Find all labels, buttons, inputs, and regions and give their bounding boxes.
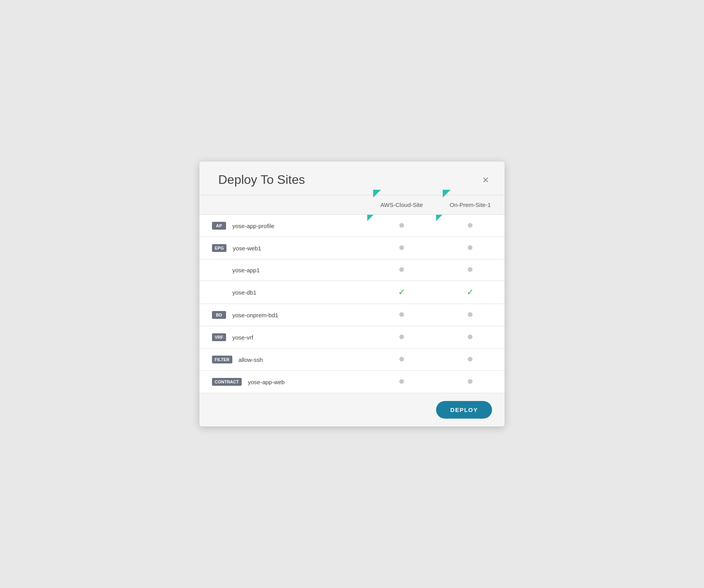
row-flag-icon xyxy=(367,215,374,223)
site1-status-5 xyxy=(367,326,436,349)
col-site2-label: On-Prem-Site-1 xyxy=(450,201,491,208)
row-label-cell-1: EPGyose-web1 xyxy=(199,237,367,259)
status-dot xyxy=(399,267,404,272)
type-badge-vrf: VRF xyxy=(212,333,226,341)
site1-status-4 xyxy=(367,304,436,326)
svg-marker-3 xyxy=(436,215,442,221)
dialog-title: Deploy To Sites xyxy=(218,173,305,187)
site2-status-2 xyxy=(436,259,505,281)
table-header-row: AWS-Cloud-Site On-Prem-Site-1 xyxy=(199,195,505,215)
col-site1-label: AWS-Cloud-Site xyxy=(380,201,423,208)
status-dot xyxy=(468,357,472,361)
row-label-cell-5: VRFyose-vrf xyxy=(199,326,367,349)
col-header-site1: AWS-Cloud-Site xyxy=(367,195,436,215)
site1-status-6 xyxy=(367,349,436,371)
dialog-footer: DEPLOY xyxy=(199,393,505,426)
row-label-cell-2: yose-app1 xyxy=(199,259,367,281)
type-badge-bd: BD xyxy=(212,311,226,319)
status-dot xyxy=(468,334,472,339)
table-row: CONTRACTyose-app-web xyxy=(199,371,505,393)
site1-status-1 xyxy=(367,237,436,259)
table-container: AWS-Cloud-Site On-Prem-Site-1 xyxy=(199,195,505,393)
row-name: yose-vrf xyxy=(232,334,253,341)
status-dot xyxy=(468,267,472,272)
row-name: yose-db1 xyxy=(232,289,257,296)
table-row: EPGyose-web1 xyxy=(199,237,505,259)
type-badge-contract: CONTRACT xyxy=(212,378,242,386)
row-name: allow-ssh xyxy=(239,356,263,363)
deploy-table: AWS-Cloud-Site On-Prem-Site-1 xyxy=(199,195,505,393)
svg-marker-2 xyxy=(367,215,374,221)
row-name: yose-onprem-bd1 xyxy=(232,312,278,318)
table-row: VRFyose-vrf xyxy=(199,326,505,349)
row-label-cell-4: BDyose-onprem-bd1 xyxy=(199,304,367,326)
site2-status-4 xyxy=(436,304,505,326)
site1-status-2 xyxy=(367,259,436,281)
dialog-header: Deploy To Sites × xyxy=(199,162,505,195)
svg-marker-0 xyxy=(373,190,381,198)
site2-status-7 xyxy=(436,371,505,393)
row-label-cell-6: FILTERallow-ssh xyxy=(199,349,367,371)
status-dot xyxy=(399,334,404,339)
site1-status-7 xyxy=(367,371,436,393)
close-button[interactable]: × xyxy=(480,173,492,187)
status-dot xyxy=(399,379,404,384)
status-dot xyxy=(399,245,404,250)
status-dot xyxy=(399,312,404,317)
status-dot xyxy=(468,379,472,384)
table-row: yose-app1 xyxy=(199,259,505,281)
status-dot xyxy=(468,223,472,228)
deploy-button[interactable]: DEPLOY xyxy=(436,401,492,419)
row-flag-icon-2 xyxy=(436,215,442,223)
site2-status-1 xyxy=(436,237,505,259)
col-header-label xyxy=(199,195,367,215)
site2-status-3: ✓ xyxy=(436,281,505,304)
deploy-dialog: Deploy To Sites × xyxy=(199,162,505,426)
site2-flag-icon xyxy=(443,190,451,200)
table-row: APyose-app-profile xyxy=(199,215,505,237)
site1-status-3: ✓ xyxy=(367,281,436,304)
row-label-cell-0: APyose-app-profile xyxy=(199,215,367,237)
table-row: BDyose-onprem-bd1 xyxy=(199,304,505,326)
site2-status-5 xyxy=(436,326,505,349)
row-name: yose-app1 xyxy=(232,267,260,273)
site1-flag-icon xyxy=(373,190,381,200)
table-row: yose-db1✓✓ xyxy=(199,281,505,304)
type-badge-ap: AP xyxy=(212,222,226,230)
site2-status-6 xyxy=(436,349,505,371)
row-name: yose-app-profile xyxy=(232,223,275,229)
check-icon: ✓ xyxy=(398,287,405,297)
table-row: FILTERallow-ssh xyxy=(199,349,505,371)
status-dot xyxy=(399,223,404,228)
type-badge-epg: EPG xyxy=(212,244,226,252)
site2-status-0 xyxy=(436,215,505,237)
status-dot xyxy=(399,357,404,361)
check-icon: ✓ xyxy=(467,287,474,297)
row-label-cell-7: CONTRACTyose-app-web xyxy=(199,371,367,393)
type-badge-filter: FILTER xyxy=(212,356,232,363)
status-dot xyxy=(468,245,472,250)
row-label-cell-3: yose-db1 xyxy=(199,281,367,304)
site1-status-0 xyxy=(367,215,436,237)
row-name: yose-web1 xyxy=(233,245,261,252)
col-header-site2: On-Prem-Site-1 xyxy=(436,195,505,215)
row-name: yose-app-web xyxy=(248,379,285,385)
svg-marker-1 xyxy=(443,190,451,198)
status-dot xyxy=(468,312,472,317)
